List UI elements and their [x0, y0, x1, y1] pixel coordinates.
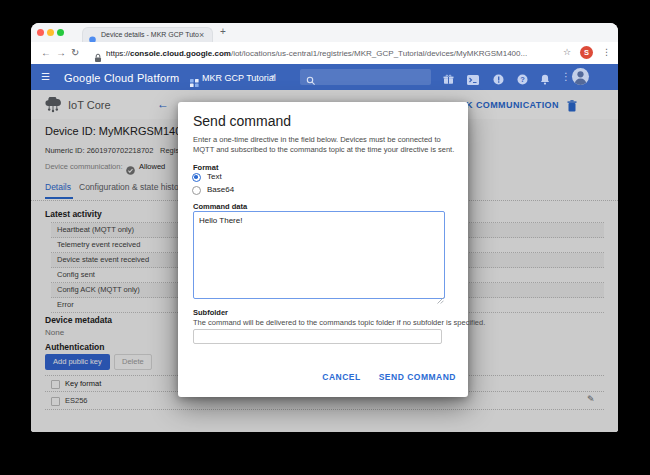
- url-domain: console.cloud.google.com: [130, 49, 231, 58]
- tab-strip: Device details - MKR GCP Tuto × +: [31, 23, 618, 42]
- browser-profile-avatar[interactable]: S: [580, 46, 593, 59]
- address-field[interactable]: https://console.cloud.google.com/iot/loc…: [106, 49, 527, 58]
- feedback-icon[interactable]: [491, 71, 505, 89]
- tab-close-icon[interactable]: ×: [199, 30, 204, 40]
- gcp-header: ☰ Google Cloud Platform MKR GCP Tutorial…: [31, 64, 618, 90]
- dialog-description: Enter a one-time directive in the field …: [193, 135, 457, 154]
- send-command-dialog: Send command Enter a one-time directive …: [178, 102, 468, 397]
- format-radio-text[interactable]: [192, 173, 201, 182]
- textarea-resize-handle[interactable]: [437, 290, 444, 308]
- project-icon: [190, 73, 199, 91]
- format-label: Format: [193, 163, 218, 172]
- subfolder-label: Subfolder: [193, 308, 228, 317]
- hamburger-menu-icon[interactable]: ☰: [41, 71, 50, 82]
- browser-menu-icon[interactable]: ⋮: [602, 47, 611, 57]
- url-bar: ← → ↻ https://console.cloud.google.com/i…: [31, 42, 618, 65]
- command-data-textarea[interactable]: Hello There!: [193, 211, 445, 299]
- notifications-bell-icon[interactable]: [538, 71, 552, 89]
- search-input[interactable]: [300, 69, 431, 85]
- close-window-button[interactable]: [37, 29, 44, 36]
- back-nav-icon[interactable]: ←: [41, 47, 51, 58]
- gcp-brand[interactable]: Google Cloud Platform: [64, 72, 179, 84]
- project-selector[interactable]: MKR GCP Tutorial: [202, 73, 276, 83]
- command-data-label: Command data: [193, 202, 247, 211]
- svg-text:?: ?: [520, 75, 525, 84]
- account-avatar[interactable]: [572, 68, 589, 85]
- chevron-down-icon[interactable]: ▾: [271, 73, 275, 81]
- zoom-window-button[interactable]: [57, 29, 64, 36]
- format-option-text-label[interactable]: Text: [207, 172, 222, 181]
- reload-icon[interactable]: ↻: [71, 47, 79, 58]
- screenshot-stage: Device details - MKR GCP Tuto × + ← → ↻ …: [0, 0, 650, 475]
- gift-icon[interactable]: [441, 71, 455, 89]
- tab-title: Device details - MKR GCP Tuto: [101, 31, 199, 38]
- new-tab-button[interactable]: +: [220, 26, 226, 37]
- browser-window: Device details - MKR GCP Tuto × + ← → ↻ …: [31, 23, 618, 432]
- search-icon: [306, 72, 316, 90]
- format-option-base64-label[interactable]: Base64: [207, 185, 234, 194]
- format-radio-base64[interactable]: [192, 186, 201, 195]
- url-path: /iot/locations/us-central1/registries/MK…: [231, 49, 527, 58]
- forward-nav-icon[interactable]: →: [56, 47, 66, 58]
- help-icon[interactable]: ?: [515, 71, 529, 89]
- send-command-button[interactable]: SEND COMMAND: [379, 372, 456, 382]
- cancel-button[interactable]: CANCEL: [322, 372, 360, 382]
- dialog-title: Send command: [193, 113, 291, 129]
- cloud-shell-icon[interactable]: [466, 71, 480, 89]
- subfolder-input[interactable]: [193, 329, 442, 344]
- browser-tab[interactable]: Device details - MKR GCP Tuto ×: [82, 27, 213, 43]
- dialog-actions: CANCEL SEND COMMAND: [322, 372, 456, 382]
- minimize-window-button[interactable]: [47, 29, 54, 36]
- url-scheme: https://: [106, 49, 130, 58]
- bookmark-star-icon[interactable]: ☆: [563, 47, 571, 57]
- header-overflow-icon[interactable]: ⋮: [559, 71, 573, 82]
- subfolder-hint: The command will be delivered to the com…: [193, 318, 485, 328]
